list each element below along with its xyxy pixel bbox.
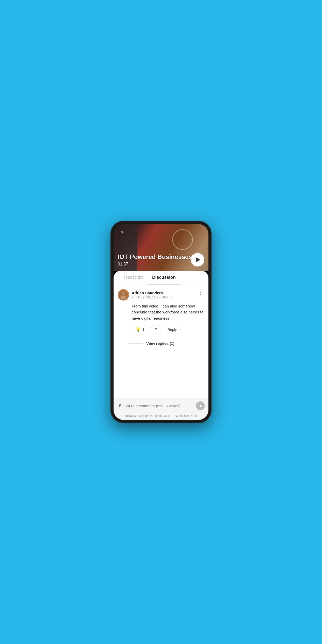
video-title: IOT Powered Businesses — [118, 253, 192, 261]
more-options-button[interactable]: ⋮ — [197, 289, 204, 296]
comment-timestamp: 23 Oct 2020, 12:28 GMT+7 — [132, 295, 173, 299]
replies-divider — [128, 343, 143, 344]
link-icon[interactable] — [117, 402, 123, 409]
video-section: × IOT Powered Businesses 01:37 — [114, 224, 208, 271]
play-button[interactable] — [191, 253, 204, 267]
quote-icon: ❝ — [155, 327, 157, 332]
comment-input-bar: ➤ — [114, 398, 208, 413]
footer-timestamp: BINUSMAYA Time 20:49:18 GMT+7, 23 Octobe… — [114, 413, 208, 420]
tab-transcript[interactable]: Transcript — [119, 271, 148, 284]
comments-area: Adrian Saunders 23 Oct 2020, 12:28 GMT+7… — [114, 284, 208, 398]
video-circle-decoration — [172, 229, 193, 250]
lightbulb-icon: 💡 — [136, 327, 141, 332]
comment-header: Adrian Saunders 23 Oct 2020, 12:28 GMT+7… — [118, 289, 204, 300]
avatar-face — [118, 289, 129, 300]
phone-screen: × IOT Powered Businesses 01:37 Transcrip… — [114, 224, 208, 420]
comment-actions: 💡 1 ❝ Reply — [118, 325, 204, 334]
send-icon: ➤ — [199, 403, 202, 408]
close-button[interactable]: × — [118, 228, 127, 237]
comment-input[interactable] — [125, 404, 193, 408]
video-duration: 01:37 — [118, 262, 192, 267]
replies-text: View replies (1) — [146, 341, 174, 346]
author-name: Adrian Saunders — [132, 291, 173, 295]
view-replies-button[interactable]: View replies (1) — [114, 338, 208, 349]
comment-author-section: Adrian Saunders 23 Oct 2020, 12:28 GMT+7 — [118, 289, 173, 300]
video-info: IOT Powered Businesses 01:37 — [114, 250, 196, 271]
avatar — [118, 289, 129, 300]
play-icon — [196, 257, 200, 262]
comment-item: Adrian Saunders 23 Oct 2020, 12:28 GMT+7… — [114, 284, 208, 338]
reply-button[interactable]: Reply — [164, 325, 181, 334]
tab-discussion[interactable]: Discussion — [148, 271, 180, 284]
send-button[interactable]: ➤ — [196, 401, 205, 410]
phone-device: × IOT Powered Businesses 01:37 Transcrip… — [110, 221, 212, 423]
like-button[interactable]: 💡 1 — [132, 325, 148, 334]
reply-label: Reply — [167, 327, 177, 332]
comment-text: From this video, I can also somehow conc… — [118, 303, 204, 321]
quote-button[interactable]: ❝ — [151, 325, 161, 334]
tabs-bar: Transcript Discussion — [114, 271, 208, 284]
content-panel: Transcript Discussion — [114, 271, 208, 420]
author-info: Adrian Saunders 23 Oct 2020, 12:28 GMT+7 — [132, 291, 173, 299]
like-count: 1 — [142, 327, 144, 332]
